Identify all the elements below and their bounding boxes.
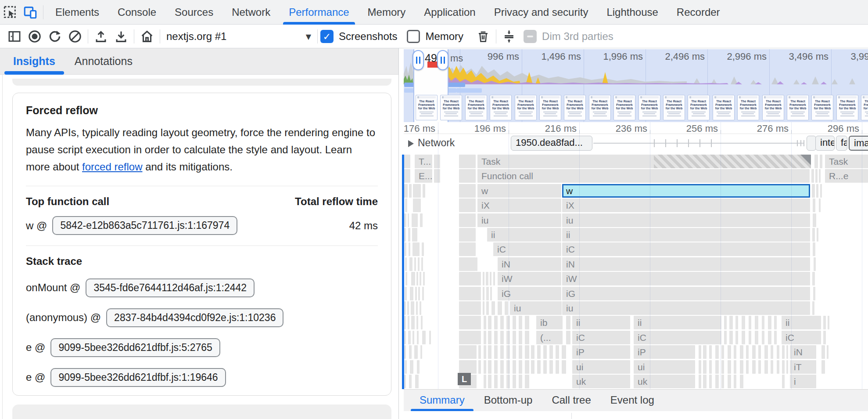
flame-bar[interactable]: (...	[536, 331, 563, 344]
download-profile-icon[interactable]	[111, 27, 131, 46]
inspect-icon[interactable]	[0, 2, 20, 22]
flame-bar[interactable]	[415, 375, 419, 388]
tab-privacy-and-security[interactable]: Privacy and security	[485, 0, 598, 25]
flame-bar[interactable]	[411, 301, 414, 315]
flame-bar[interactable]	[699, 345, 701, 359]
flame-bar[interactable]: iu	[477, 213, 561, 227]
flame-bar[interactable]	[821, 345, 825, 359]
flame-bar[interactable]	[416, 272, 418, 285]
flame-bar[interactable]	[525, 316, 529, 329]
screenshot-thumbnail[interactable]: The ReactFrameworkfor the Web	[465, 95, 487, 120]
screenshot-thumbnail[interactable]: The ReactFrameworkfor the Web	[515, 95, 537, 120]
flame-bar[interactable]	[412, 331, 414, 344]
flame-bar[interactable]	[735, 316, 738, 329]
flame-bar[interactable]	[413, 184, 421, 198]
flame-bar[interactable]	[764, 345, 768, 359]
flame-bar[interactable]	[434, 169, 440, 183]
flame-bar[interactable]	[703, 360, 707, 374]
flame-bar[interactable]	[812, 184, 815, 198]
flame-bar[interactable]	[777, 360, 779, 374]
flame-bar[interactable]: ii	[487, 228, 561, 242]
clear-icon[interactable]	[65, 27, 85, 46]
flame-bar[interactable]	[488, 345, 491, 359]
tab-summary[interactable]: Summary	[410, 390, 474, 412]
flame-bar[interactable]	[755, 331, 758, 344]
flame-bar[interactable]	[816, 184, 818, 198]
flame-bar[interactable]: iX	[477, 199, 561, 212]
screenshot-thumbnail[interactable]: The ReactFrameworkfor the Web	[787, 95, 809, 120]
flame-bar[interactable]	[562, 345, 566, 359]
flame-bar[interactable]	[405, 199, 407, 212]
flame-bar[interactable]	[525, 345, 529, 359]
flame-bar[interactable]	[412, 242, 420, 256]
flame-bar[interactable]	[828, 316, 829, 329]
flame-bar[interactable]	[417, 331, 419, 344]
flame-bar[interactable]	[709, 375, 712, 388]
flame-bar[interactable]	[409, 184, 412, 198]
flame-bar[interactable]	[814, 257, 816, 271]
flame-bar[interactable]: i	[790, 375, 816, 388]
flame-bar[interactable]	[525, 360, 529, 374]
flame-bar[interactable]	[762, 331, 764, 344]
flame-bar[interactable]: iG	[498, 287, 561, 300]
flame-bar[interactable]	[415, 287, 417, 300]
flame-bar[interactable]	[410, 287, 413, 300]
flame-bar[interactable]	[506, 316, 510, 329]
lcp-marker-badge[interactable]: L	[458, 373, 471, 385]
flame-bar[interactable]	[404, 155, 410, 168]
flame-bar[interactable]	[735, 331, 738, 344]
flame-bar[interactable]	[408, 213, 409, 227]
flame-bar[interactable]: ii	[634, 316, 721, 329]
flame-bar[interactable]	[420, 213, 423, 227]
flame-bar[interactable]: iN	[498, 257, 561, 271]
flame-bar[interactable]: iP	[572, 345, 630, 359]
flame-bar[interactable]: uk	[572, 375, 630, 388]
flame-bar[interactable]	[404, 375, 406, 388]
flame-bar[interactable]	[498, 301, 502, 315]
flame-bar[interactable]: iG	[562, 287, 810, 300]
flame-bar[interactable]	[715, 345, 719, 359]
flame-bar[interactable]	[820, 155, 822, 168]
screenshot-thumbnail[interactable]: The ReactFrameworkfor the Web	[613, 95, 635, 120]
flame-bar[interactable]	[420, 272, 421, 285]
flame-bar[interactable]	[459, 316, 481, 329]
network-request-pill[interactable]: inte	[815, 136, 835, 151]
flame-bar[interactable]	[494, 316, 498, 329]
selection-handle-right[interactable]	[437, 50, 448, 70]
flame-bar[interactable]	[459, 155, 476, 168]
flame-bar[interactable]	[408, 228, 410, 242]
flame-bar[interactable]	[500, 316, 504, 329]
flame-bar[interactable]	[494, 345, 498, 359]
tab-sources[interactable]: Sources	[165, 0, 222, 25]
flame-bar[interactable]	[812, 272, 815, 285]
flame-bar[interactable]	[811, 169, 814, 183]
flame-bar[interactable]	[740, 360, 743, 374]
flame-bar[interactable]	[709, 345, 712, 359]
flatten-icon[interactable]	[499, 27, 519, 46]
flame-bar[interactable]	[429, 331, 431, 344]
flame-bar[interactable]	[699, 375, 701, 388]
flame-bar[interactable]	[519, 375, 522, 388]
tab-event-log[interactable]: Event log	[601, 390, 664, 412]
network-request-pill[interactable]: image	[849, 136, 868, 151]
flame-bar[interactable]	[404, 213, 406, 227]
flame-bar[interactable]	[405, 257, 407, 271]
tab-bottom-up[interactable]: Bottom-up	[474, 390, 542, 412]
flame-bar[interactable]	[819, 199, 821, 212]
cache-lifetimes-card[interactable]: Use efficient cache lifetimes	[12, 405, 391, 419]
network-request-pill[interactable]	[807, 136, 816, 151]
flame-bar[interactable]	[729, 331, 733, 344]
flame-bar[interactable]	[486, 272, 488, 285]
flame-bar[interactable]	[422, 242, 424, 256]
flame-bar[interactable]	[484, 331, 486, 344]
flame-bar[interactable]: iC	[493, 242, 561, 256]
flame-bar[interactable]: E...	[415, 169, 432, 183]
flame-bar[interactable]	[813, 199, 815, 212]
flame-bar[interactable]	[813, 287, 815, 300]
flame-bar[interactable]	[519, 345, 522, 359]
flame-bar[interactable]	[405, 242, 406, 256]
tab-memory[interactable]: Memory	[359, 0, 415, 25]
flame-bar[interactable]	[459, 169, 476, 183]
flame-bar[interactable]	[404, 184, 408, 198]
flame-bar[interactable]	[729, 316, 733, 329]
